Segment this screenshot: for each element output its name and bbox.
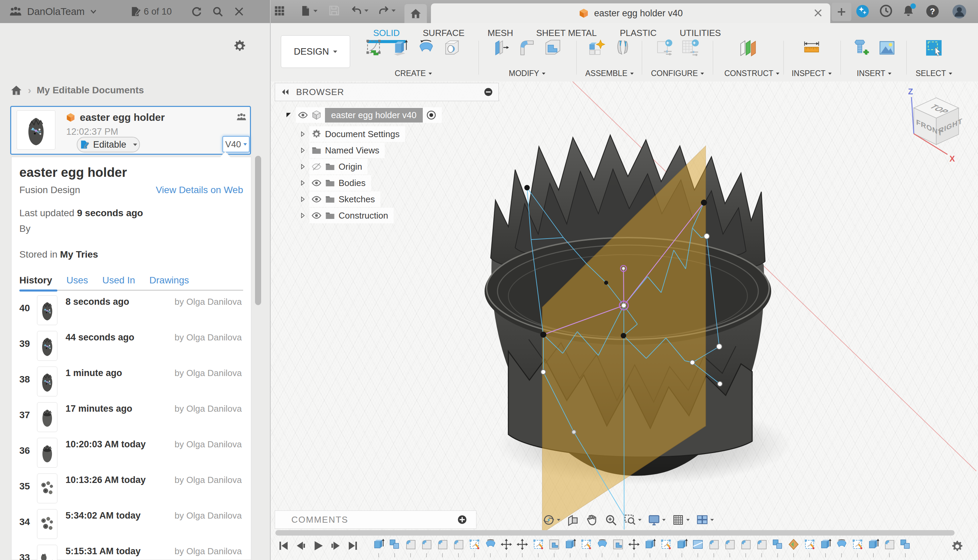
timeline-feature-fillet-icon[interactable] [421,538,432,557]
timeline-feature-extrude-icon[interactable] [372,538,385,557]
refresh-icon[interactable] [191,6,202,17]
timeline-feature-extrude-icon[interactable] [819,538,832,557]
create-menu[interactable]: CREATE [392,68,434,78]
timeline-feature-sketch-icon[interactable] [660,538,672,557]
new-component-button[interactable] [585,37,608,67]
minimize-browser-icon[interactable] [484,87,493,97]
timeline-feature-fillet-icon[interactable] [404,538,417,557]
avatar[interactable] [952,4,967,19]
display-settings-button[interactable] [648,513,666,527]
history-row[interactable]: 39 44 seconds ago by Olga Danilova [19,330,243,365]
timeline-feature-sketch-icon[interactable] [803,538,816,557]
gear-icon[interactable] [233,39,247,53]
view-details-link[interactable]: View Details on Web [156,185,243,195]
timeline-feature-split-icon[interactable] [692,538,704,557]
browser-row-bodies[interactable]: Bodies [299,175,371,191]
measure-button[interactable] [800,37,823,67]
eye-icon[interactable] [311,194,322,204]
team-selector[interactable]: DanOlaTeam [9,5,97,18]
tab-drawings[interactable]: Drawings [149,275,189,286]
assemble-menu[interactable]: ASSEMBLE [583,68,636,78]
press-pull-button[interactable] [490,37,513,67]
zoom-button[interactable] [604,513,618,527]
browser-row-document-settings[interactable]: Document Settings [299,126,405,142]
collapsed-triangle-icon[interactable] [299,147,306,154]
insert-fastener-button[interactable] [849,37,873,67]
history-row[interactable]: 36 10:20:03 AM today by Olga Danilova [19,437,243,472]
timeline-feature-fillet-icon[interactable] [756,538,768,557]
history-row[interactable]: 40 8 seconds ago by Olga Danilova [19,294,243,330]
timeline-feature-sketch-icon[interactable] [532,538,544,557]
select-menu[interactable]: SELECT [913,68,954,78]
hole-button[interactable] [441,37,464,67]
timeline-feature-extrude-icon[interactable] [676,538,688,557]
expand-triangle-icon[interactable] [285,111,292,119]
browser-row-origin[interactable]: Origin [299,159,367,175]
timeline-feature-extrude-icon[interactable] [564,538,576,557]
collapsed-triangle-icon[interactable] [299,180,306,186]
home-icon[interactable] [10,84,22,97]
fit-button[interactable] [624,513,641,527]
configuration-table-button[interactable] [679,37,702,67]
fillet-button[interactable] [516,37,539,67]
help-icon[interactable] [925,4,940,18]
timeline-feature-shell-icon[interactable] [612,538,624,557]
close-panel-icon[interactable] [234,6,245,17]
tab-history[interactable]: History [19,275,52,286]
eye-icon[interactable] [298,110,308,120]
close-tab-icon[interactable] [813,8,823,18]
go-to-end-button[interactable] [347,540,359,552]
inspect-menu[interactable]: INSPECT [789,68,834,78]
timeline-feature-combine-icon[interactable] [899,538,911,557]
collapsed-triangle-icon[interactable] [299,163,306,170]
app-grid-icon[interactable] [274,5,285,17]
look-at-button[interactable] [566,513,579,527]
go-to-start-button[interactable] [277,540,290,552]
timeline-feature-fillet-icon[interactable] [883,538,896,557]
design-workspace-selector[interactable]: DESIGN [281,35,350,68]
timeline-feature-sketch-icon[interactable] [851,538,864,557]
step-forward-button[interactable] [329,540,342,552]
configure-menu[interactable]: CONFIGURE [649,68,706,78]
timeline-feature-sketch-icon[interactable] [580,538,592,557]
history-row[interactable]: 37 17 minutes ago by Olga Danilova [19,401,243,437]
history-row[interactable]: 34 5:34:02 AM today by Olga Danilova [19,508,243,543]
timeline-feature-combine-icon[interactable] [389,538,401,557]
show-data-panel-button[interactable] [404,4,427,23]
view-cube[interactable]: TOP FRONT RIGHT Z X [896,84,978,164]
history-row[interactable]: 33 5:15:31 AM today by Olga Danilova [19,543,243,560]
viewports-button[interactable] [696,513,714,527]
version-selector[interactable]: V40 [222,136,250,152]
timeline-feature-move-icon[interactable] [628,538,640,557]
timeline-feature-fillet-icon[interactable] [452,538,464,557]
eye-off-icon[interactable] [311,162,322,172]
timeline-feature-move-icon[interactable] [500,538,512,557]
step-back-button[interactable] [295,540,307,552]
search-icon[interactable] [212,6,224,17]
timeline-feature-sketch-icon[interactable] [468,538,481,557]
grid-settings-button[interactable] [672,513,690,527]
timeline-feature-extrude-icon[interactable] [867,538,880,557]
browser-row-construction[interactable]: Construction [299,208,394,223]
timeline-feature-move-icon[interactable] [516,538,528,557]
timeline-feature-fillet-icon[interactable] [436,538,449,557]
browser-row-sketches[interactable]: Sketches [299,192,381,207]
viewport-canvas[interactable]: BROWSER easter egg holder v40 [270,82,978,560]
pan-button[interactable] [586,513,598,527]
timeline-feature-shell-icon[interactable] [548,538,560,557]
browser-row-named-views[interactable]: Named Views [299,143,385,158]
editable-docs-count[interactable]: 6 of 10 [130,6,172,17]
browser-root-row[interactable]: easter egg holder v40 [285,107,442,123]
save-icon[interactable] [329,5,340,16]
joint-button[interactable] [611,37,634,67]
insert-canvas-button[interactable] [875,37,898,67]
timeline-feature-extrude-icon[interactable] [644,538,656,557]
timeline-feature-fillet-icon[interactable] [739,538,752,557]
timeline-feature-revolve-icon[interactable] [484,538,496,557]
active-component-radio[interactable] [426,110,436,120]
eye-icon[interactable] [311,210,322,221]
collapse-browser-icon[interactable] [280,87,290,97]
construct-plane-button[interactable] [736,37,759,67]
breadcrumb-folder[interactable]: My Editable Documents [37,85,144,96]
collapsed-triangle-icon[interactable] [299,212,306,219]
